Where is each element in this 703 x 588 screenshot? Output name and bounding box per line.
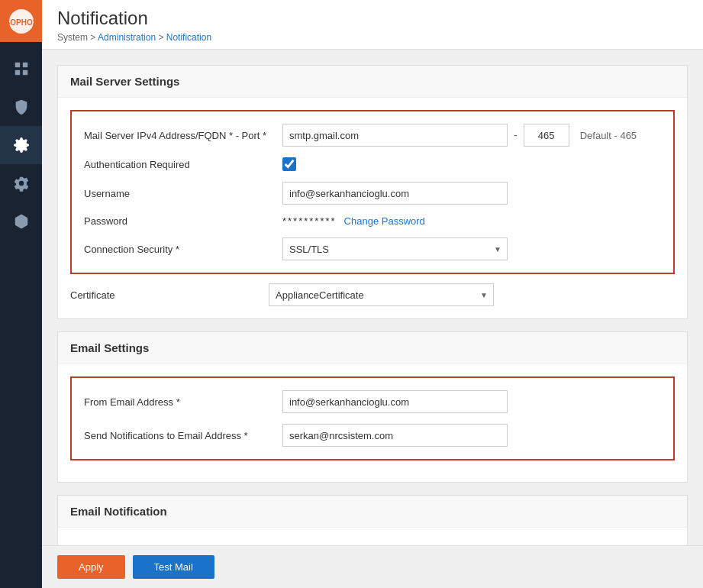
sidebar-item-protection[interactable] (0, 88, 42, 126)
auth-required-row: Authentication Required (84, 157, 661, 171)
sidebar: SOPHOS (0, 0, 42, 588)
port-input[interactable] (524, 124, 569, 147)
default-text: Default - 465 (580, 130, 637, 141)
password-row: Password ********** Change Password (84, 215, 661, 227)
page-title: Notification (57, 8, 688, 29)
password-label: Password (84, 215, 282, 227)
breadcrumb-system: System (57, 32, 88, 43)
svg-text:SOPHOS: SOPHOS (8, 18, 35, 27)
sophos-logo: SOPHOS (0, 0, 42, 42)
send-notif-label: Send Notifications to Email Address * (84, 430, 282, 441)
svg-rect-3 (22, 63, 27, 67)
username-input[interactable] (282, 182, 508, 205)
dash-separator: - (514, 129, 518, 141)
connection-security-wrapper: SSL/TLS STARTTLS None (282, 237, 508, 260)
from-email-row: From Email Address * (84, 390, 661, 413)
sidebar-item-gear2[interactable] (0, 164, 42, 202)
change-password-link[interactable]: Change Password (344, 215, 425, 227)
footer: Apply Test Mail (42, 545, 703, 588)
email-settings-inner-box: From Email Address * Send Notifications … (70, 376, 675, 460)
email-notification-body: IPsec Tunnel Up/Down Enable (58, 528, 687, 545)
connection-security-select[interactable]: SSL/TLS STARTTLS None (282, 237, 508, 260)
from-email-label: From Email Address * (84, 396, 282, 408)
certificate-select[interactable]: ApplianceCertificate Custom (269, 283, 494, 306)
send-notif-input[interactable] (282, 424, 508, 447)
content-area: Mail Server Settings Mail Server IPv4 Ad… (42, 50, 703, 545)
username-row: Username (84, 182, 661, 205)
email-settings-section-body: From Email Address * Send Notifications … (58, 364, 687, 482)
mail-server-row: Mail Server IPv4 Address/FQDN * - Port *… (84, 124, 661, 147)
send-notif-row: Send Notifications to Email Address * (84, 424, 661, 447)
top-header: Notification System > Administration > N… (42, 0, 703, 50)
email-settings-section: Email Settings From Email Address * Send… (57, 331, 688, 483)
sidebar-item-dashboard[interactable] (0, 50, 42, 88)
breadcrumb-notification[interactable]: Notification (166, 32, 211, 43)
test-mail-button[interactable]: Test Mail (133, 555, 214, 579)
mail-server-settings-section: Mail Server Settings Mail Server IPv4 Ad… (57, 65, 688, 319)
certificate-label: Certificate (70, 289, 269, 301)
sidebar-item-settings[interactable] (0, 126, 42, 164)
mail-server-section-title: Mail Server Settings (58, 66, 687, 98)
svg-rect-4 (15, 70, 19, 75)
password-display: ********** Change Password (282, 215, 425, 227)
email-settings-section-title: Email Settings (58, 332, 687, 364)
breadcrumb-sep1: > (90, 32, 98, 43)
mail-server-section-body: Mail Server IPv4 Address/FQDN * - Port *… (58, 98, 687, 318)
email-notification-section: Email Notification IPsec Tunnel Up/Down … (57, 495, 688, 545)
breadcrumb: System > Administration > Notification (57, 32, 688, 49)
auth-required-label: Authentication Required (84, 159, 282, 170)
sidebar-item-packages[interactable] (0, 202, 42, 241)
breadcrumb-sep2: > (158, 32, 166, 43)
certificate-wrapper: ApplianceCertificate Custom (269, 283, 494, 306)
auth-required-checkbox[interactable] (282, 157, 296, 171)
mail-server-input[interactable] (282, 124, 508, 147)
password-dots: ********** (282, 215, 337, 227)
breadcrumb-administration[interactable]: Administration (98, 32, 156, 43)
ipsec-row: IPsec Tunnel Up/Down Enable (70, 540, 675, 545)
email-notification-title: Email Notification (58, 496, 687, 528)
apply-button[interactable]: Apply (57, 555, 125, 579)
main-content: Notification System > Administration > N… (42, 0, 703, 588)
from-email-input[interactable] (282, 390, 508, 413)
svg-rect-2 (15, 63, 19, 67)
certificate-row: Certificate ApplianceCertificate Custom (70, 283, 675, 306)
mail-server-inner-box: Mail Server IPv4 Address/FQDN * - Port *… (70, 110, 675, 274)
connection-security-label: Connection Security * (84, 244, 282, 255)
mail-server-label: Mail Server IPv4 Address/FQDN * - Port * (84, 130, 282, 141)
mail-server-inputs: - Default - 465 (282, 124, 637, 147)
connection-security-row: Connection Security * SSL/TLS STARTTLS N… (84, 237, 661, 260)
svg-rect-5 (22, 70, 27, 75)
username-label: Username (84, 188, 282, 199)
